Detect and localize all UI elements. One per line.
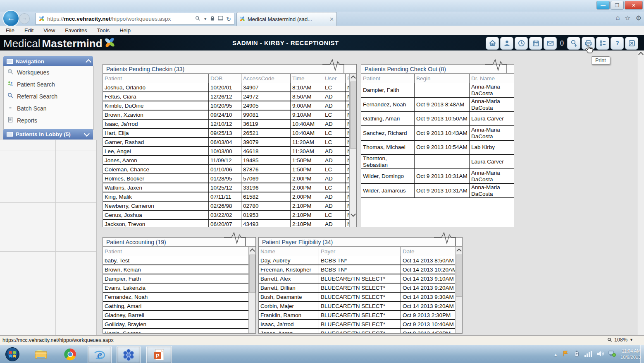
table-row[interactable]: Coleman, Chance01/10/06878761:50PMLCN xyxy=(103,165,356,174)
expand-icon[interactable] xyxy=(84,130,90,136)
page-scrollbar[interactable] xyxy=(637,50,644,335)
scroll-up-icon[interactable] xyxy=(456,248,462,254)
sidebar-item-workqueues[interactable]: Workqueues xyxy=(4,66,93,78)
table-row[interactable]: Dampier, FaithAnna-Maria DaCosta xyxy=(361,83,514,98)
refresh-icon[interactable]: ↻ xyxy=(226,16,231,22)
table-row[interactable]: Kimble, DuOine10/20/95249059:00AMADN xyxy=(103,101,356,110)
table-row[interactable]: Evans, Lakenzia xyxy=(103,283,252,292)
scroll-up-icon[interactable] xyxy=(638,52,644,57)
table-row[interactable]: baby, Test xyxy=(103,256,252,265)
scroll-thumb[interactable] xyxy=(456,255,462,297)
mail-icon[interactable] xyxy=(544,37,557,50)
menu-favorites[interactable]: Favorites xyxy=(65,27,87,34)
table-row[interactable]: Dampier, Faith xyxy=(103,274,252,283)
checkin-scrollbar[interactable] xyxy=(349,74,356,227)
eligibility-scrollbar[interactable] xyxy=(455,247,462,333)
close-button[interactable]: ✕ xyxy=(625,1,643,10)
column-header[interactable]: Begin xyxy=(415,74,470,83)
table-row[interactable]: Gladney, Barrell xyxy=(103,310,252,320)
taskbar-powerpoint-icon[interactable]: P xyxy=(146,346,172,363)
table-row[interactable]: Barrett, AlexBLUECARE/TN SELECT*Oct 14 2… xyxy=(259,274,462,283)
search-dropdown-icon[interactable]: ▼ xyxy=(203,17,207,21)
menu-edit[interactable]: Edit xyxy=(24,27,33,34)
table-row[interactable]: Barrett, DillianBLUECARE/TN SELECT*Oct 1… xyxy=(259,283,462,292)
sidebar-item-batch-scan[interactable]: Batch Scan xyxy=(4,102,93,114)
table-row[interactable]: Thomas, MichaelOct 9 2013 10:54AMLab Kir… xyxy=(361,140,514,154)
column-header[interactable]: Time xyxy=(291,74,323,83)
column-header[interactable]: Dr. Name xyxy=(470,74,514,83)
volume-icon[interactable] xyxy=(597,351,604,358)
help-icon[interactable]: ? xyxy=(611,37,624,50)
accounting-scrollbar[interactable] xyxy=(248,247,255,333)
tray-expand-icon[interactable]: ▲ xyxy=(553,352,558,357)
table-row[interactable]: Garner, Rashad06/03/043907911:20AMLCN xyxy=(103,137,356,147)
minimize-button[interactable]: — xyxy=(596,1,610,10)
table-row[interactable]: Bush, DeamanteBLUECARE/TN SELECT*Oct 14 … xyxy=(259,292,462,301)
scroll-thumb[interactable] xyxy=(350,82,356,149)
table-row[interactable]: Corbin, MajerBLUECARE/TN SELECT*Oct 14 2… xyxy=(259,301,462,310)
collapse-icon[interactable] xyxy=(86,59,91,65)
menu-view[interactable]: View xyxy=(43,27,55,34)
table-row[interactable]: Franklin, RamonBLUECARE/TN SELECT*Oct 9 … xyxy=(259,310,462,320)
table-row[interactable]: Fernandez, NoahOct 9 2013 8:48AMAnna-Mar… xyxy=(361,97,514,112)
table-row[interactable]: Brown, Xzavion09/24/10990819:10AMLCN xyxy=(103,110,356,119)
table-row[interactable]: Lee, Angel10/03/004661811:30AMADN* xyxy=(103,147,356,156)
table-row[interactable]: Thornton, SebastianLaura Carver xyxy=(361,154,514,169)
table-row[interactable]: Harris, George xyxy=(103,329,252,333)
scroll-down-icon[interactable] xyxy=(351,212,356,217)
table-row[interactable]: Brown, Kenian xyxy=(103,265,252,274)
column-header[interactable]: DOB xyxy=(209,74,241,83)
home-icon[interactable]: ⌂ xyxy=(616,14,620,22)
scroll-up-icon[interactable] xyxy=(351,75,356,81)
menu-tools[interactable]: Tools xyxy=(97,27,110,34)
restore-button[interactable]: ❐ xyxy=(611,1,624,10)
sidebar-header-lobby[interactable]: Patients In Lobby (5) xyxy=(3,129,93,139)
scroll-thumb[interactable] xyxy=(249,255,255,293)
column-header[interactable]: Patient xyxy=(361,74,415,83)
table-row[interactable]: Wilder, DomingoOct 9 2013 10:31AMAnna-Ma… xyxy=(361,169,514,183)
taskbar-chrome-icon[interactable] xyxy=(59,346,82,363)
column-header[interactable]: AccessCode xyxy=(241,74,291,83)
taskbar-mastermind-app-icon[interactable] xyxy=(117,346,141,363)
table-row[interactable]: Golliday, Braylen xyxy=(103,320,252,329)
tab-close-icon[interactable]: ✕ xyxy=(329,16,334,22)
exit-icon[interactable] xyxy=(625,37,638,50)
network-icon[interactable] xyxy=(608,350,616,358)
sidebar-item-referral-search[interactable]: Referral Search xyxy=(4,90,93,102)
table-row[interactable]: Jones, AaronBLUECARE/TN SELECT*Oct 9 201… xyxy=(259,329,462,333)
column-header[interactable]: Payer xyxy=(319,247,401,256)
scroll-up-icon[interactable] xyxy=(250,248,255,254)
forward-button[interactable]: → xyxy=(19,13,30,24)
sidebar-item-reports[interactable]: Reports xyxy=(4,114,93,126)
zoom-control[interactable]: 108% ▼ xyxy=(607,337,633,343)
power-icon[interactable] xyxy=(574,350,580,358)
sidebar-header-navigation[interactable]: Navigation xyxy=(3,56,93,66)
tasks-icon[interactable] xyxy=(596,37,609,50)
search-icon[interactable] xyxy=(195,16,200,22)
table-row[interactable]: Isaac, Ja'rrod12/10/123611910:40AMADN xyxy=(103,119,356,128)
taskbar-internet-explorer-icon[interactable]: e xyxy=(88,346,112,363)
signal-icon[interactable] xyxy=(584,351,592,358)
column-header[interactable]: Patient xyxy=(103,247,252,256)
table-row[interactable]: Sanchez, RichardOct 9 2013 10:43AMAnna-M… xyxy=(361,126,514,140)
menu-file[interactable]: File xyxy=(6,27,14,34)
table-row[interactable]: Isaac, Ja'rrodBLUECARE/TN SELECT*Oct 9 2… xyxy=(259,320,462,329)
table-row[interactable]: Hart, Elija09/25/132652110:40AMLCN xyxy=(103,128,356,137)
star-icon[interactable]: ☆ xyxy=(625,14,630,22)
table-row[interactable]: Feltus, Ciara12/26/12249728:50AMADN* xyxy=(103,92,356,101)
home-icon[interactable] xyxy=(486,37,499,50)
table-row[interactable]: Watkins, Jaxen10/25/12331962:00PMLCN xyxy=(103,183,356,192)
table-row[interactable]: Holmes, Booker01/28/95570692:00PMADN xyxy=(103,174,356,183)
column-header[interactable]: Name xyxy=(259,247,319,256)
table-row[interactable]: Day, AubreyBCBS TN*Oct 14 2013 8:50AM xyxy=(259,256,462,265)
calendar-icon[interactable] xyxy=(529,37,542,50)
sidebar-item-patient-search[interactable]: Patient Search xyxy=(4,78,93,90)
clock-icon[interactable] xyxy=(515,37,528,50)
table-row[interactable]: Gathing, Amari xyxy=(103,301,252,310)
back-button[interactable]: ← xyxy=(2,10,19,27)
search-icon[interactable] xyxy=(567,37,580,50)
browser-tab[interactable]: Medical Mastermind (sad... ✕ xyxy=(236,12,337,26)
table-row[interactable]: King, Malik07/11/11615822:00PMADN xyxy=(103,192,356,201)
taskbar-explorer-icon[interactable] xyxy=(30,346,53,363)
table-row[interactable]: Wilder, JamarcusOct 9 2013 10:31AMAnna-M… xyxy=(361,183,514,198)
